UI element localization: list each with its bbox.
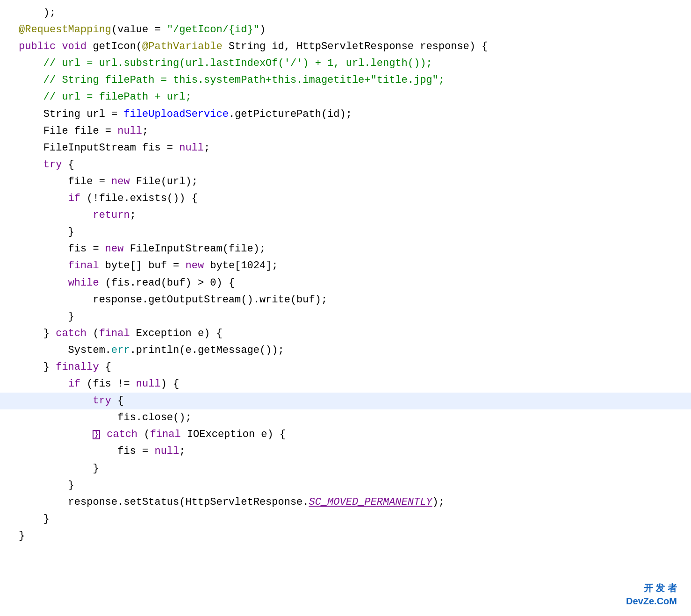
code-token: null bbox=[136, 378, 161, 390]
code-token: ) { bbox=[161, 378, 180, 390]
code-line: response.getOutputStream().write(buf); bbox=[0, 292, 691, 308]
code-token: @RequestMapping bbox=[19, 24, 111, 36]
code-line: if (fis != null) { bbox=[0, 376, 691, 393]
collapse-icon[interactable]: } bbox=[93, 430, 100, 439]
code-token: (!file.exists()) { bbox=[80, 193, 198, 204]
code-token: } bbox=[19, 530, 25, 542]
code-line: while (fis.read(buf) > 0) { bbox=[0, 275, 691, 292]
code-line: } bbox=[0, 224, 691, 241]
code-token: } bbox=[19, 361, 56, 373]
code-token: SC_MOVED_PERMANENTLY bbox=[309, 496, 432, 508]
code-token bbox=[19, 159, 43, 171]
code-line: public void getIcon(@PathVariable String… bbox=[0, 38, 691, 55]
code-content: );@RequestMapping(value = "/getIcon/{id}… bbox=[0, 5, 691, 544]
code-line: } bbox=[0, 308, 691, 325]
code-token: if bbox=[68, 378, 80, 390]
code-token bbox=[19, 395, 93, 407]
code-token: // String filePath = this.systemPath+thi… bbox=[19, 74, 445, 86]
code-token: null bbox=[179, 142, 204, 154]
code-token: while bbox=[68, 277, 99, 289]
code-token: return bbox=[93, 209, 130, 221]
code-line: } bbox=[0, 460, 691, 477]
code-token: (value = bbox=[111, 24, 167, 36]
code-token: // url = filePath + url; bbox=[19, 91, 192, 103]
code-line: fis = new FileInputStream(file); bbox=[0, 241, 691, 258]
code-token: new bbox=[185, 260, 210, 272]
code-token: finally bbox=[56, 361, 99, 373]
code-token: @PathVariable bbox=[142, 41, 229, 52]
code-token: getIcon( bbox=[93, 41, 142, 52]
code-token: ) bbox=[259, 24, 266, 36]
code-token: fileUploadService bbox=[123, 108, 228, 120]
code-token: } bbox=[19, 328, 56, 339]
code-line: final byte[] buf = new byte[1024]; bbox=[0, 258, 691, 274]
code-token: } bbox=[19, 480, 74, 491]
code-line: // String filePath = this.systemPath+thi… bbox=[0, 72, 691, 89]
code-token: byte bbox=[105, 260, 130, 272]
code-line: return; bbox=[0, 207, 691, 224]
code-line: file = new File(url); bbox=[0, 173, 691, 190]
code-token: } bbox=[19, 463, 99, 474]
code-line: try { bbox=[0, 157, 691, 173]
code-token bbox=[19, 260, 68, 272]
code-token: fis = bbox=[19, 243, 105, 255]
code-token: err bbox=[111, 344, 130, 356]
code-line: String url = fileUploadService.getPictur… bbox=[0, 106, 691, 123]
code-token: File file = bbox=[19, 125, 117, 137]
code-token: FileInputStream fis = bbox=[19, 142, 179, 154]
code-token: try bbox=[93, 395, 111, 407]
code-token: "/getIcon/{id}" bbox=[167, 24, 259, 36]
code-token: catch bbox=[56, 328, 86, 339]
code-token bbox=[19, 378, 68, 390]
code-line: } finally { bbox=[0, 359, 691, 376]
code-token: // url = url.substring(url.lastIndexOf('… bbox=[19, 57, 432, 69]
code-token: String bbox=[229, 41, 272, 52]
code-token: (fis != bbox=[80, 378, 136, 390]
code-token: final bbox=[68, 260, 105, 272]
code-token: ; bbox=[179, 445, 185, 457]
code-token: ); bbox=[432, 496, 445, 508]
code-line: // url = filePath + url; bbox=[0, 89, 691, 106]
code-token: if bbox=[68, 193, 80, 204]
code-line: File file = null; bbox=[0, 123, 691, 140]
code-token bbox=[19, 193, 68, 204]
code-line: ); bbox=[0, 5, 691, 21]
code-token: System. bbox=[19, 344, 111, 356]
code-line: FileInputStream fis = null; bbox=[0, 140, 691, 157]
code-token: String url = bbox=[19, 108, 123, 120]
code-line: } bbox=[0, 511, 691, 528]
code-line: } bbox=[0, 477, 691, 494]
code-token: File(url); bbox=[136, 176, 198, 187]
code-token: void bbox=[62, 41, 93, 52]
code-token: id, HttpServletResponse response) { bbox=[272, 41, 488, 52]
code-token: [] buf = bbox=[130, 260, 186, 272]
code-token: public bbox=[19, 41, 62, 52]
code-token: fis = bbox=[19, 445, 154, 457]
code-token bbox=[19, 209, 93, 221]
code-token: } bbox=[19, 311, 74, 322]
code-token: try bbox=[43, 159, 62, 171]
code-token bbox=[19, 277, 68, 289]
code-token: ( bbox=[86, 328, 99, 339]
code-token: ; bbox=[142, 125, 148, 137]
watermark-line1: 开 发 者 bbox=[626, 581, 677, 595]
code-token: (fis.read(buf) > 0) { bbox=[99, 277, 235, 289]
code-line: // url = url.substring(url.lastIndexOf('… bbox=[0, 55, 691, 72]
code-line: } catch (final Exception e) { bbox=[0, 325, 691, 342]
code-token: } bbox=[19, 513, 50, 525]
code-line: @RequestMapping(value = "/getIcon/{id}") bbox=[0, 21, 691, 38]
code-token: { bbox=[99, 361, 111, 373]
code-token: response.getOutputStream().write(buf); bbox=[19, 294, 327, 306]
code-token: ; bbox=[204, 142, 210, 154]
code-token: null bbox=[154, 445, 179, 457]
code-line: } bbox=[0, 528, 691, 544]
code-line: response.setStatus(HttpServletResponse.S… bbox=[0, 494, 691, 511]
code-token: .getPicturePath(id); bbox=[229, 108, 352, 120]
code-token: ); bbox=[19, 7, 56, 19]
code-viewer: );@RequestMapping(value = "/getIcon/{id}… bbox=[0, 0, 691, 616]
code-token: .println(e.getMessage()); bbox=[130, 344, 284, 356]
code-line: System.err.println(e.getMessage()); bbox=[0, 342, 691, 359]
code-token: } bbox=[19, 226, 74, 238]
code-token: FileInputStream(file); bbox=[130, 243, 266, 255]
code-line: if (!file.exists()) { bbox=[0, 190, 691, 207]
